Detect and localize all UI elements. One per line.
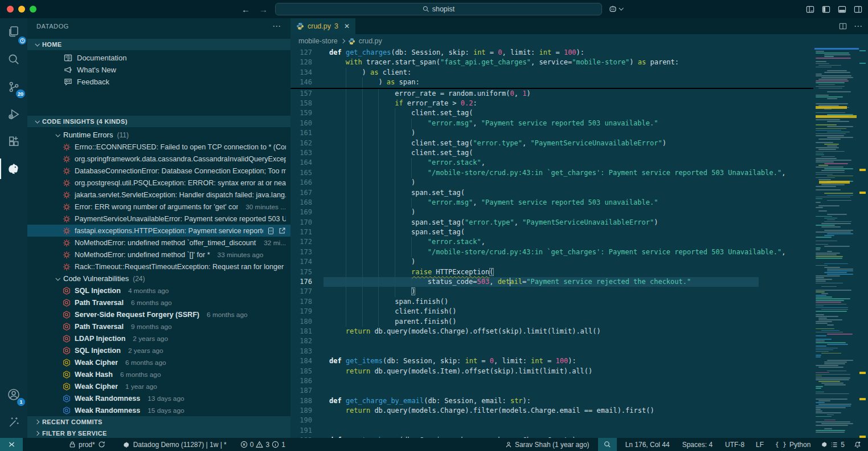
section-recent-commits[interactable]: RECENT COMMITS [27,416,290,428]
code-line-166[interactable]: 166) [290,178,813,188]
home-item-what-s-new[interactable]: What's New [27,64,290,76]
tab-crud-py[interactable]: crud.py 3 ✕ [290,18,355,34]
toggle-panel-icon[interactable] [838,5,846,14]
git-blame-status[interactable]: Sarav Shah (1 year ago) [501,438,593,451]
vulnerability-item[interactable]: Weak Randomness13 days ago [27,392,290,404]
code-line-169[interactable]: 169) [290,208,813,217]
runtime-error-item[interactable]: jakarta.servlet.ServletException: Handle… [27,189,290,201]
breadcrumb-file[interactable]: crud.py [359,37,382,45]
editor-more-actions-icon[interactable]: ⋯ [854,21,862,31]
vulnerability-item[interactable]: Path Traversal9 months ago [27,320,290,332]
minimap[interactable] [813,48,858,438]
vulnerability-item[interactable]: Path Traversal6 months ago [27,296,290,308]
code-line-175[interactable]: 175raise HTTPException( [290,267,813,277]
vulnerability-item[interactable]: Weak Cipher1 year ago [27,380,290,392]
section-home[interactable]: HOME [27,39,290,50]
wand-button[interactable] [0,408,27,436]
branch-status[interactable]: prod* [65,438,109,451]
close-tab-icon[interactable]: ✕ [344,22,350,30]
home-item-feedback[interactable]: Feedback [27,76,290,88]
datadog-issues-status[interactable]: 5 [817,438,849,451]
view-code-icon[interactable] [267,227,275,235]
cursor-position-status[interactable]: Ln 176, Col 44 [621,438,674,451]
toggle-primary-sidebar-icon[interactable] [822,5,830,14]
code-line-174[interactable]: 174) [290,257,813,267]
runtime-error-item[interactable]: Errno::ECONNREFUSED: Failed to open TCP … [27,141,290,153]
eol-status[interactable]: LF [752,438,768,451]
datadog-session-status[interactable]: Datadog Demo (11287) | 1w | * [118,438,231,451]
code-line-134[interactable]: 134) as client: [290,68,813,78]
open-external-icon[interactable] [279,227,286,235]
code-line-168[interactable]: 168"error.msg", "Payment service reporte… [290,198,813,208]
code-editor[interactable]: 127def get_charges(db: Session, skip: in… [290,48,868,438]
code-line-179[interactable]: 179client.finish() [290,307,813,316]
code-line-171[interactable]: 171span.set_tag( [290,227,813,237]
section-code-insights[interactable]: CODE INSIGHTS (4 KINDS) [27,116,290,127]
code-line-189[interactable]: 189return db.query(models.Charge).filter… [290,406,813,416]
code-line-177[interactable]: 177) [290,287,813,296]
runtime-error-item[interactable]: org.springframework.data.cassandra.Cassa… [27,153,290,165]
sidebar-item-explorer[interactable] [0,18,27,46]
runtime-error-item[interactable]: DatabaseConnectionError: Database Connec… [27,165,290,177]
code-line-157[interactable]: 157error_rate = random.uniform(0, 1) [290,89,813,99]
runtime-error-item[interactable]: fastapi.exceptions.HTTPException: Paymen… [27,225,290,237]
section-filter-by-service[interactable]: FILTER BY SERVICE [27,428,290,438]
code-line-164[interactable]: 164"error.stack", [290,158,813,168]
code-line-182[interactable]: 182 [290,336,813,346]
code-line-128[interactable]: 128with tracer.start_span("fast_api.get_… [290,58,813,67]
code-line-173[interactable]: 173"/mobile-store/crud.py:43:in `get_cha… [290,247,813,257]
notifications-button[interactable] [850,438,862,451]
code-line-185[interactable]: 185return db.query(models.Item).offset(s… [290,367,813,376]
sidebar-item-search[interactable] [0,46,27,73]
code-line-167[interactable]: 167span.set_tag( [290,188,813,198]
code-line-191[interactable]: 191 [290,426,813,436]
code-line-146[interactable]: 146) as span: [290,78,813,87]
sidebar-item-run-debug[interactable] [0,100,27,128]
code-line-162[interactable]: 162client.set_tag("error.type", "Payment… [290,139,813,148]
code-vulnerabilities-group[interactable]: Code Vulnerabilities (24) [27,273,290,285]
split-editor-icon[interactable] [839,22,847,30]
code-line-172[interactable]: 172"error.stack", [290,237,813,247]
window-controls[interactable] [7,6,36,13]
zoom-button[interactable] [598,438,617,451]
code-line-127[interactable]: 127def get_charges(db: Session, skip: in… [290,48,813,58]
sidebar-item-source-control[interactable]: 20 [0,73,27,100]
forward-icon[interactable]: → [259,5,268,14]
runtime-error-item[interactable]: org.postgresql.util.PSQLException: ERROR… [27,177,290,189]
code-line-178[interactable]: 178span.finish() [290,297,813,307]
vulnerability-item[interactable]: SQL Injection4 months ago [27,285,290,296]
vulnerability-item[interactable]: Weak Cipher6 months ago [27,356,290,368]
maximize-window-icon[interactable] [30,6,36,13]
sidebar-item-datadog[interactable] [0,155,27,182]
remote-indicator[interactable] [0,438,23,451]
encoding-status[interactable]: UTF-8 [721,438,748,451]
code-line-190[interactable]: 190 [290,416,813,425]
sidebar-item-extensions[interactable] [0,128,27,155]
runtime-error-item[interactable]: Error: ERR wrong number of arguments for… [27,201,290,213]
problems-status[interactable]: 0 3 1 [236,438,289,451]
language-status[interactable]: { } Python [771,438,814,451]
minimize-window-icon[interactable] [18,6,25,13]
runtime-error-item[interactable]: PaymentServiceUnavailableError: Payment … [27,213,290,225]
code-line-165[interactable]: 165"/mobile-store/crud.py:43:in `get_cha… [290,168,813,178]
home-item-documentation[interactable]: Documentation [27,52,290,64]
more-actions-icon[interactable]: ⋯ [272,21,281,31]
code-line-158[interactable]: 158if error_rate > 0.2: [290,99,813,108]
code-line-187[interactable]: 187 [290,386,813,396]
runtime-error-item[interactable]: NoMethodError: undefined method `offer_t… [27,237,290,249]
runtime-error-item[interactable]: Rack::Timeout::RequestTimeoutException: … [27,261,290,273]
code-line-170[interactable]: 170span.set_tag("error.type", "PaymentSe… [290,218,813,227]
vulnerability-item[interactable]: LDAP Injection2 years ago [27,332,290,344]
accounts-button[interactable]: 1 [0,381,27,408]
scrollbar[interactable] [858,48,868,438]
vulnerability-item[interactable]: Weak Hash6 months ago [27,368,290,380]
breadcrumb[interactable]: mobile-store crud.py [290,34,868,48]
indentation-status[interactable]: Spaces: 4 [678,438,716,451]
command-search-input[interactable]: shopist [275,3,602,15]
copilot-menu[interactable] [608,3,623,15]
vulnerability-item[interactable]: SQL Injection2 years ago [27,344,290,356]
code-line-161[interactable]: 161) [290,128,813,138]
code-line-159[interactable]: 159client.set_tag( [290,108,813,118]
toggle-secondary-sidebar-icon[interactable] [854,5,862,14]
code-line-180[interactable]: 180parent.finish() [290,317,813,327]
